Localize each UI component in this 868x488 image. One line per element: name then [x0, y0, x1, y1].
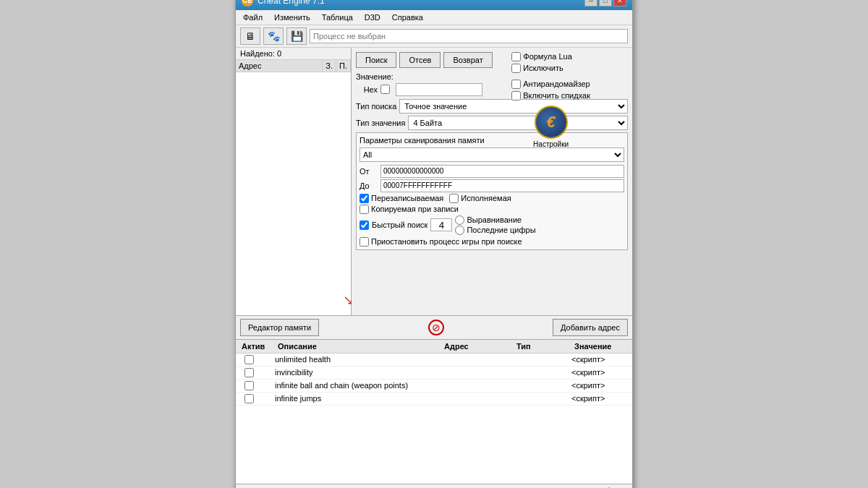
- executable-label: Исполняемая: [461, 194, 511, 202]
- row-active-2: [239, 381, 275, 390]
- col-active: Актив: [239, 341, 275, 351]
- addr-col-z: З.: [323, 60, 336, 72]
- row-value-2: <скрипт>: [571, 381, 629, 390]
- hex-label: Нех: [356, 85, 378, 94]
- to-row: До: [359, 179, 624, 192]
- col-type: Тип: [514, 341, 571, 351]
- row-desc-1: invincibility: [275, 368, 441, 377]
- found-label: Найдено: 0: [236, 48, 351, 60]
- table-row[interactable]: invincibility <скрипт>: [236, 367, 632, 380]
- row-checkbox-2[interactable]: [244, 381, 254, 390]
- alignment-radio[interactable]: [455, 215, 464, 225]
- antirandom-checkbox[interactable]: [511, 80, 521, 89]
- copy-on-write-row: Копируемая при записи: [359, 205, 624, 214]
- left-panel: Найдено: 0 Адрес З. П. ↘: [236, 48, 352, 315]
- table-row[interactable]: unlimited health <скрипт>: [236, 354, 632, 367]
- toolbar: 🖥 🐾 💾: [236, 25, 632, 48]
- fast-search-label: Быстрый поиск: [372, 221, 427, 229]
- menu-d3d[interactable]: D3D: [360, 12, 385, 23]
- row-checkbox-0[interactable]: [244, 355, 254, 364]
- menu-edit[interactable]: Изменить: [270, 12, 315, 23]
- row-desc-3: infinite jumps: [275, 394, 441, 403]
- search-button[interactable]: Поиск: [356, 52, 396, 68]
- copy-on-write-checkbox[interactable]: [359, 205, 369, 214]
- copy-on-write-label: Копируемая при записи: [371, 205, 459, 213]
- filter-button[interactable]: Отсев: [399, 52, 441, 68]
- last-digits-label: Последние цифры: [467, 226, 535, 234]
- minimize-button[interactable]: ─: [584, 0, 597, 7]
- antirandom-check: Антирандомайзер: [511, 80, 590, 89]
- address-table: Адрес З. П.: [236, 60, 351, 315]
- row-value-3: <скрипт>: [571, 394, 629, 403]
- cheat-table-header: Актив Описание Адрес Тип Значение: [236, 340, 632, 354]
- addr-col-p: П.: [336, 60, 351, 72]
- fast-search-input[interactable]: [430, 218, 452, 231]
- row-checkbox-3[interactable]: [244, 394, 254, 403]
- return-button[interactable]: Возврат: [443, 52, 492, 68]
- last-digits-radio[interactable]: [455, 226, 464, 235]
- row-active-1: [239, 368, 275, 377]
- menu-help[interactable]: Справка: [388, 12, 427, 23]
- toolbar-screen-btn[interactable]: 🖥: [240, 27, 260, 45]
- fast-search-row: Быстрый поиск Выравнивание Последние циф…: [359, 215, 624, 235]
- antirandom-label: Антирандомайзер: [523, 80, 590, 88]
- scan-params-select[interactable]: All: [359, 147, 624, 162]
- toolbar-save-btn[interactable]: 💾: [286, 27, 307, 45]
- table-row[interactable]: infinite jumps <скрипт>: [236, 393, 632, 406]
- main-area: Найдено: 0 Адрес З. П. ↘ Формула Lua: [236, 48, 632, 315]
- executable-checkbox[interactable]: [449, 194, 459, 203]
- main-window: CE Cheat Engine 7.1 ─ □ ✕ Файл Изменить …: [235, 0, 633, 488]
- bottom-buttons: Редактор памяти ⊘ Добавить адрес: [236, 315, 632, 339]
- writable-checkbox[interactable]: [359, 194, 369, 203]
- lua-formula-checkbox[interactable]: [511, 52, 521, 61]
- col-value: Значение: [571, 341, 629, 351]
- lua-formula-label: Формула Lua: [523, 52, 572, 61]
- window-title: Cheat Engine 7.1: [258, 0, 325, 6]
- copy-on-write-check: Копируемая при записи: [359, 205, 459, 214]
- col-description: Описание: [275, 341, 441, 351]
- menu-table[interactable]: Таблица: [318, 12, 357, 23]
- row-value-1: <скрипт>: [571, 368, 629, 377]
- mem-editor-button[interactable]: Редактор памяти: [240, 319, 319, 336]
- close-button[interactable]: ✕: [613, 0, 626, 7]
- settings-label: Настройки: [533, 140, 569, 148]
- right-panel: Формула Lua Исключить Антирандомайзер Вк…: [352, 48, 632, 315]
- address-header: Адрес З. П.: [236, 60, 351, 72]
- row-value-0: <скрипт>: [571, 355, 629, 364]
- from-row: От: [359, 165, 624, 178]
- fast-search-checkbox[interactable]: [359, 221, 369, 230]
- speedhack-label: Включить спидхак: [523, 91, 590, 100]
- exclude-checkbox[interactable]: [511, 64, 521, 73]
- cheat-footer: Дополнительные возможности Дополнение к …: [236, 484, 632, 489]
- table-row[interactable]: infinite ball and chain (weapon points) …: [236, 380, 632, 393]
- title-bar-left: CE Cheat Engine 7.1: [242, 0, 325, 7]
- writable-row: Перезаписываемая Исполняемая: [359, 194, 624, 203]
- lua-formula-check: Формула Lua: [511, 52, 590, 61]
- from-input[interactable]: [380, 165, 624, 178]
- from-label: От: [359, 167, 378, 176]
- pause-checkbox[interactable]: [359, 237, 369, 247]
- exclude-check: Исключить: [511, 64, 590, 73]
- to-input[interactable]: [380, 179, 624, 192]
- right-checks: Формула Lua Исключить Антирандомайзер Вк…: [511, 52, 590, 148]
- delete-button[interactable]: ⊘: [428, 320, 444, 335]
- row-checkbox-1[interactable]: [244, 368, 254, 377]
- writable-check: Перезаписываемая: [359, 194, 443, 203]
- value-input[interactable]: [396, 83, 482, 96]
- value-type-label: Тип значения: [356, 119, 405, 127]
- speedhack-checkbox[interactable]: [511, 91, 521, 100]
- cheat-scroll-area[interactable]: unlimited health <скрипт> invincibility …: [236, 354, 632, 484]
- app-icon: CE: [242, 0, 253, 7]
- maximize-button[interactable]: □: [599, 0, 612, 7]
- executable-check: Исполняемая: [449, 194, 511, 203]
- addr-col-address: Адрес: [236, 60, 323, 72]
- process-input[interactable]: [310, 29, 628, 43]
- toolbar-paw-btn[interactable]: 🐾: [263, 27, 284, 45]
- cheat-table: Актив Описание Адрес Тип Значение unlimi…: [236, 339, 632, 484]
- hex-checkbox[interactable]: [380, 85, 390, 94]
- add-address-button[interactable]: Добавить адрес: [553, 319, 628, 336]
- ce-logo: €: [535, 106, 568, 139]
- scan-params-box: Параметры сканирования памяти All От До …: [356, 132, 628, 250]
- menu-file[interactable]: Файл: [239, 12, 267, 23]
- menu-bar: Файл Изменить Таблица D3D Справка: [236, 10, 632, 25]
